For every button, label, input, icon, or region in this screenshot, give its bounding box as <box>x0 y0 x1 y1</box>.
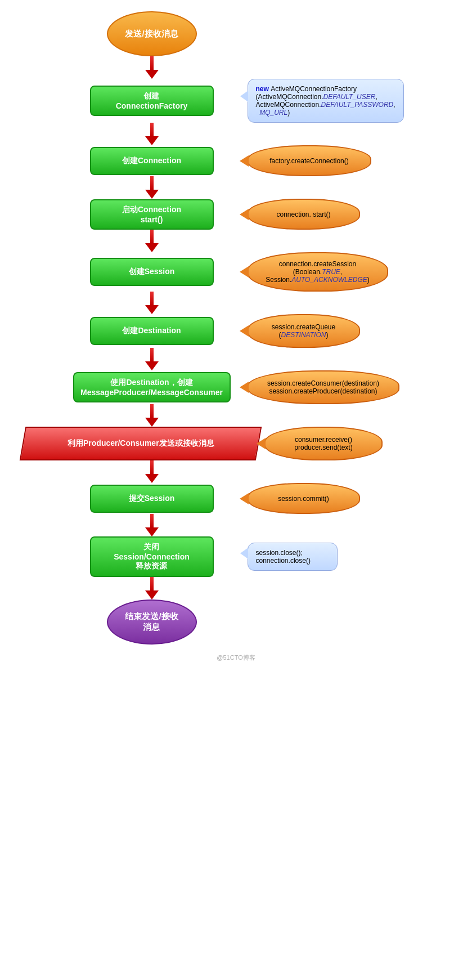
start-conn-callout-text: connection. start() <box>276 211 330 218</box>
create-session-label: 创建Session <box>129 267 175 277</box>
arrow-1 <box>0 56 472 79</box>
arrow-4 <box>0 230 472 252</box>
create-cf-callout: new ActiveMQConnectionFactory (ActiveMQC… <box>248 79 404 123</box>
arrow-shaft <box>150 56 154 70</box>
close-label: 关闭Session/Connection释放资源 <box>114 542 190 571</box>
create-conn-callout-text: factory.createConnection() <box>269 157 349 165</box>
send-receive-node-wrap: 利用Producer/Consumer发送或接收消息 <box>23 427 259 460</box>
commit-session-callout-area: session.commit() <box>248 483 405 514</box>
create-dest-row: 创建Destination session.createQueue (DESTI… <box>0 314 472 348</box>
create-dest-callout-text: session.createQueue (DESTINATION) <box>272 323 335 339</box>
create-session-callout-area: connection.createSession (Boolean.TRUE, … <box>248 252 405 292</box>
end-oval: 结束发送/接收消息 <box>107 599 197 645</box>
create-dest-node: 创建Destination <box>90 317 214 345</box>
start-conn-callout-area: connection. start() <box>248 199 405 230</box>
close-row: 关闭Session/Connection释放资源 session.close()… <box>0 536 472 577</box>
commit-session-label: 提交Session <box>129 494 175 504</box>
send-receive-label: 利用Producer/Consumer发送或接收消息 <box>68 438 214 449</box>
start-node-area: 发送/接收消息 <box>68 11 236 56</box>
arrow-head <box>145 136 159 145</box>
create-dest-callout: session.createQueue (DESTINATION) <box>248 314 360 348</box>
arrow-shaft <box>150 123 154 136</box>
create-session-callout-text: connection.createSession (Boolean.TRUE, … <box>266 260 370 284</box>
arrow-8 <box>0 460 472 483</box>
create-cf-row: 创建ConnectionFactory new ActiveMQConnecti… <box>0 79 472 123</box>
arrow-segment <box>145 56 159 79</box>
send-receive-callout-area: consumer.receive() producer.send(text) <box>264 427 383 460</box>
close-callout-text: session.close();connection.close() <box>256 549 311 565</box>
start-row: 发送/接收消息 <box>0 11 472 56</box>
start-label: 发送/接收消息 <box>125 29 178 39</box>
send-receive-row: 利用Producer/Consumer发送或接收消息 consumer.rece… <box>0 427 472 460</box>
create-conn-node: 创建Connection <box>90 147 214 175</box>
create-pc-callout-area: session.createConsumer(destination) sess… <box>248 370 405 404</box>
diagram-container: 发送/接收消息 创建ConnectionFactory new ActiveMQ… <box>0 0 472 980</box>
end-row: 结束发送/接收消息 <box>0 599 472 645</box>
create-pc-label: 使用Destination，创建MessageProducer/MessageC… <box>80 378 223 397</box>
create-session-row: 创建Session connection.createSession (Bool… <box>0 252 472 292</box>
close-node: 关闭Session/Connection释放资源 <box>90 536 214 577</box>
create-pc-node: 使用Destination，创建MessageProducer/MessageC… <box>73 372 231 402</box>
create-pc-callout-text: session.createConsumer(destination) sess… <box>267 379 379 395</box>
create-pc-callout: session.createConsumer(destination) sess… <box>248 370 399 404</box>
commit-session-row: 提交Session session.commit() <box>0 483 472 514</box>
create-cf-label: 创建ConnectionFactory <box>116 91 188 110</box>
create-cf-callout-area: new ActiveMQConnectionFactory (ActiveMQC… <box>248 79 405 123</box>
watermark: @51CTO博客 <box>217 654 255 662</box>
arrow-2 <box>0 123 472 145</box>
create-dest-label: 创建Destination <box>122 326 181 336</box>
arrow-segment <box>145 123 159 145</box>
send-receive-node: 利用Producer/Consumer发送或接收消息 <box>20 427 262 460</box>
create-session-callout: connection.createSession (Boolean.TRUE, … <box>248 252 388 292</box>
close-callout: session.close();connection.close() <box>248 543 338 571</box>
create-cf-node: 创建ConnectionFactory <box>90 86 214 116</box>
create-session-node: 创建Session <box>90 258 214 286</box>
cf-callout-text: new ActiveMQConnectionFactory (ActiveMQC… <box>256 85 395 117</box>
arrow-10 <box>0 577 472 599</box>
arrow-head <box>145 70 159 79</box>
close-callout-area: session.close();connection.close() <box>248 543 405 571</box>
arrow-9 <box>0 514 472 536</box>
create-dest-callout-area: session.createQueue (DESTINATION) <box>248 314 405 348</box>
start-conn-node: 启动Connectionstart() <box>90 199 214 230</box>
commit-session-node: 提交Session <box>90 485 214 513</box>
create-conn-callout-area: factory.createConnection() <box>248 145 405 176</box>
arrow-5 <box>0 292 472 314</box>
start-conn-callout: connection. start() <box>248 199 360 230</box>
create-pc-row: 使用Destination，创建MessageProducer/MessageC… <box>0 370 472 404</box>
send-receive-callout: consumer.receive() producer.send(text) <box>264 427 383 460</box>
start-conn-row: 启动Connectionstart() connection. start() <box>0 199 472 230</box>
create-conn-callout: factory.createConnection() <box>248 145 371 176</box>
commit-session-callout: session.commit() <box>248 483 360 514</box>
create-conn-label: 创建Connection <box>122 156 181 166</box>
start-conn-label: 启动Connectionstart() <box>122 205 181 224</box>
commit-session-callout-text: session.commit() <box>278 495 329 503</box>
arrow-6 <box>0 348 472 370</box>
arrow-3 <box>0 176 472 199</box>
send-receive-callout-text: consumer.receive() producer.send(text) <box>294 436 352 451</box>
create-conn-row: 创建Connection factory.createConnection() <box>0 145 472 176</box>
start-oval: 发送/接收消息 <box>107 11 197 56</box>
end-label: 结束发送/接收消息 <box>125 611 178 633</box>
arrow-7 <box>0 404 472 427</box>
